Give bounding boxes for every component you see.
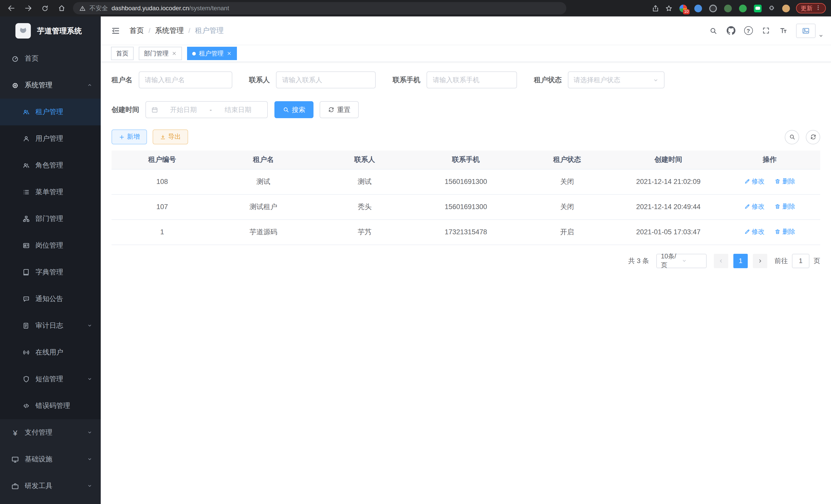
extension-icon-1[interactable]: 10 (678, 4, 688, 13)
delete-link[interactable]: 删除 (775, 177, 795, 186)
browser-profile-avatar[interactable] (781, 4, 791, 13)
fullscreen-icon[interactable] (757, 17, 774, 45)
close-icon[interactable] (227, 51, 232, 56)
help-icon[interactable]: ? (740, 17, 757, 45)
extension-icon-4[interactable] (723, 4, 732, 13)
edit-link[interactable]: 修改 (744, 228, 765, 236)
extension-glyph (724, 4, 732, 12)
breadcrumb-separator: / (148, 27, 150, 34)
extension-glyph (694, 4, 702, 12)
bookmark-star-icon[interactable] (665, 4, 673, 12)
col-tenant-name: 租户名 (213, 151, 314, 169)
sidebar-item-error-code[interactable]: 错误码管理 (0, 392, 101, 419)
browser-toolbar-right: 10 更新 (652, 3, 831, 13)
sidebar-item-dict[interactable]: 字典管理 (0, 259, 101, 286)
close-icon[interactable] (172, 51, 177, 56)
collapse-sidebar-icon[interactable] (111, 26, 120, 35)
delete-link[interactable]: 删除 (775, 228, 795, 236)
edit-link[interactable]: 修改 (744, 202, 765, 211)
page-number-1[interactable]: 1 (733, 254, 748, 268)
extension-icon-3[interactable] (708, 4, 717, 13)
extension-icon-5[interactable] (738, 4, 747, 13)
breadcrumb-home[interactable]: 首页 (130, 26, 144, 35)
menu-label: 租户管理 (35, 108, 63, 117)
sidebar-item-audit-log[interactable]: 审计日志 (0, 313, 101, 339)
chevron-down-icon (87, 429, 92, 437)
extension-icon-6[interactable] (753, 4, 762, 13)
phone-input[interactable] (427, 71, 517, 88)
sidebar-item-online-user[interactable]: 在线用户 (0, 339, 101, 366)
chevron-down-icon (87, 322, 92, 330)
date-range-picker[interactable]: 开始日期 - 结束日期 (145, 101, 268, 118)
chevron-down-icon (87, 375, 92, 383)
next-page-button[interactable] (753, 254, 767, 268)
sidebar-item-sms[interactable]: 短信管理 (0, 366, 101, 392)
sidebar-item-home[interactable]: 首页 (0, 45, 101, 72)
sidebar-item-payment[interactable]: ¥ 支付管理 (0, 419, 101, 446)
sidebar-item-devtools[interactable]: 研发工具 (0, 473, 101, 499)
breadcrumb-section[interactable]: 系统管理 (155, 26, 184, 35)
chevron-down-icon (682, 258, 702, 264)
sidebar-item-infra[interactable]: 基础设施 (0, 446, 101, 473)
sidebar-item-post[interactable]: 岗位管理 (0, 232, 101, 259)
prev-page-button[interactable] (714, 254, 728, 268)
sidebar-item-dept[interactable]: 部门管理 (0, 206, 101, 232)
tab-label: 首页 (116, 49, 128, 58)
search-button[interactable]: 搜索 (275, 101, 314, 118)
date-end-placeholder: 结束日期 (214, 105, 262, 114)
tab-dept[interactable]: 部门管理 (139, 47, 182, 60)
shield-icon (23, 376, 30, 383)
tab-home[interactable]: 首页 (111, 47, 134, 60)
phone-label: 联系手机 (393, 75, 420, 85)
delete-link[interactable]: 删除 (775, 202, 795, 211)
url-bar[interactable]: 不安全 dashboard.yudao.iocoder.cn/system/te… (73, 2, 566, 14)
table-row: 1 芋道源码 芋艿 17321315478 开启 2021-01-05 17:0… (112, 219, 820, 244)
export-button[interactable]: 导出 (153, 129, 188, 144)
reload-icon[interactable] (41, 4, 49, 12)
page-size-select[interactable]: 10条/页 (656, 254, 707, 268)
back-icon[interactable] (7, 4, 16, 12)
add-button[interactable]: 新增 (112, 129, 147, 144)
sidebar-item-role[interactable]: 角色管理 (0, 152, 101, 179)
cell-contact: 秃头 (314, 194, 415, 219)
tab-tenant[interactable]: 租户管理 (187, 47, 237, 60)
search-icon (789, 134, 795, 140)
home-icon[interactable] (58, 4, 66, 12)
sidebar-item-system[interactable]: 系统管理 (0, 72, 101, 99)
role-icon (23, 162, 30, 169)
chevron-right-icon (757, 258, 763, 264)
cell-tenant-id: 1 (112, 219, 213, 244)
github-icon[interactable] (722, 17, 740, 45)
avatar-caret-icon[interactable] (818, 31, 824, 40)
browser-update-button[interactable]: 更新 (796, 3, 826, 13)
search-icon[interactable] (705, 17, 722, 45)
edit-icon (744, 204, 750, 210)
sidebar-item-tenant[interactable]: 租户管理 (0, 99, 101, 125)
status-select[interactable]: 请选择租户状态 (568, 71, 664, 88)
sidebar-item-menu[interactable]: 菜单管理 (0, 179, 101, 206)
edit-link[interactable]: 修改 (744, 177, 765, 186)
toggle-search-button[interactable] (785, 130, 799, 144)
menu-label: 审计日志 (35, 321, 63, 330)
contact-input[interactable] (276, 71, 376, 88)
forward-icon[interactable] (24, 4, 32, 12)
edit-label: 修改 (752, 228, 765, 236)
search-icon (283, 106, 289, 113)
sidebar-item-notice[interactable]: 通知公告 (0, 286, 101, 313)
refresh-button[interactable] (806, 130, 820, 144)
main-area: 首页 / 系统管理 / 租户管理 ? 首页 部门管理 租户管理 (101, 17, 831, 504)
app-logo[interactable]: 芋道管理系统 (0, 17, 101, 45)
menu-label: 角色管理 (35, 161, 63, 170)
extensions-puzzle-icon[interactable] (768, 4, 775, 12)
goto-page-input[interactable] (792, 254, 809, 268)
extension-icon-2[interactable] (693, 4, 703, 13)
sidebar-item-user[interactable]: 用户管理 (0, 125, 101, 152)
tenant-name-input[interactable] (139, 71, 232, 88)
user-avatar[interactable] (796, 23, 815, 38)
share-icon[interactable] (652, 4, 659, 12)
cell-contact: 测试 (314, 169, 415, 194)
font-size-icon[interactable] (774, 17, 792, 45)
kebab-menu-icon[interactable] (815, 4, 821, 13)
reset-button[interactable]: 重置 (320, 101, 359, 118)
chevron-down-icon (87, 482, 92, 490)
